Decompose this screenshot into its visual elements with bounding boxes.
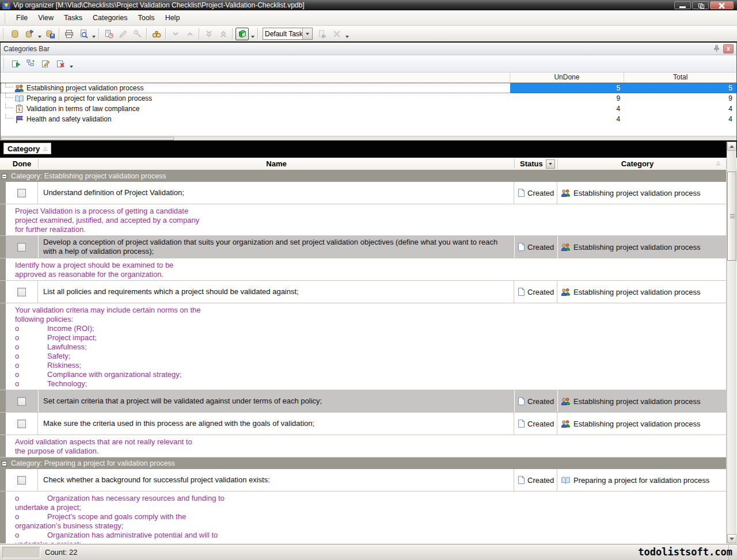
pin-icon[interactable] bbox=[711, 44, 721, 54]
category-group-header[interactable]: Category: Preparing a project for valida… bbox=[0, 458, 727, 469]
svg-text:§: § bbox=[18, 106, 21, 112]
task-name: Understand definition of Project Validat… bbox=[43, 188, 184, 197]
find-button[interactable] bbox=[150, 28, 163, 40]
combo-dropdown-button[interactable] bbox=[302, 28, 312, 39]
find-icon bbox=[152, 29, 161, 39]
done-column-header[interactable]: Done bbox=[6, 158, 38, 170]
category-row[interactable]: Establishing project validation process5… bbox=[1, 83, 736, 93]
category-undone-count: 4 bbox=[510, 114, 625, 124]
task-note-row: oOrganization has necessary resources an… bbox=[0, 492, 727, 543]
delete-template-button[interactable] bbox=[330, 28, 343, 40]
toolbar-separator bbox=[59, 28, 60, 40]
print-preview-button[interactable] bbox=[77, 28, 90, 40]
category-row[interactable]: Preparing a project for validation proce… bbox=[1, 93, 736, 104]
task-status: Created bbox=[527, 189, 554, 197]
delete-template-icon bbox=[332, 29, 341, 39]
sort-ascending-icon: △ bbox=[716, 160, 720, 166]
task-name: Check whether a background for successfu… bbox=[43, 475, 270, 485]
group-indent bbox=[0, 258, 6, 280]
add-subcategory-button[interactable] bbox=[24, 57, 37, 70]
task-done-checkbox[interactable] bbox=[17, 397, 26, 406]
note-line: for further realization. bbox=[15, 225, 721, 234]
dropdown-caret-icon[interactable] bbox=[344, 28, 350, 40]
task-done-checkbox[interactable] bbox=[17, 476, 26, 485]
dropdown-caret-icon[interactable] bbox=[36, 28, 43, 40]
task-row[interactable]: Set certain criteria that a project will… bbox=[0, 390, 727, 413]
minimize-button[interactable] bbox=[674, 1, 691, 9]
category-name: Preparing a project for validation proce… bbox=[26, 94, 152, 102]
edit-task-button[interactable] bbox=[116, 28, 130, 40]
scroll-down-icon[interactable] bbox=[727, 534, 736, 543]
status-filter-button[interactable] bbox=[546, 159, 555, 169]
task-done-checkbox[interactable] bbox=[17, 420, 26, 428]
name-column-header[interactable]: Name bbox=[39, 158, 514, 170]
category-total-count: 4 bbox=[624, 114, 736, 124]
menu-item-tools[interactable]: Tools bbox=[132, 12, 159, 24]
default-task-combo[interactable]: Default Task bbox=[263, 28, 313, 40]
group-indent bbox=[0, 469, 6, 491]
task-done-checkbox[interactable] bbox=[17, 243, 26, 252]
task-row[interactable]: Develop a conception of project validati… bbox=[0, 236, 727, 258]
save-database-button[interactable] bbox=[43, 28, 56, 40]
total-column-header[interactable]: Total bbox=[624, 73, 736, 82]
edit-category-button[interactable] bbox=[39, 57, 52, 70]
dropdown-caret-icon[interactable] bbox=[90, 28, 97, 40]
menu-item-file[interactable]: File bbox=[11, 12, 33, 24]
group-indent bbox=[0, 413, 6, 435]
book-icon bbox=[561, 476, 571, 485]
collapse-icon[interactable] bbox=[2, 461, 7, 466]
panel-close-button[interactable]: x bbox=[723, 44, 734, 54]
move-down-button[interactable] bbox=[169, 28, 182, 40]
insert-template-button[interactable] bbox=[316, 28, 329, 40]
collapse-icon[interactable] bbox=[2, 174, 7, 179]
note-line: undertake a project; bbox=[15, 540, 721, 543]
restore-button[interactable] bbox=[692, 1, 709, 9]
group-by-chip[interactable]: Category △ bbox=[3, 143, 51, 154]
new-database-button[interactable] bbox=[8, 28, 21, 40]
category-column-header[interactable]: Category bbox=[558, 158, 717, 170]
status-column-header[interactable]: Status bbox=[520, 158, 543, 170]
people-icon bbox=[561, 243, 571, 252]
move-top-button[interactable] bbox=[216, 28, 230, 40]
task-done-checkbox[interactable] bbox=[17, 189, 26, 197]
open-database-button[interactable] bbox=[22, 28, 36, 40]
close-button[interactable] bbox=[710, 1, 734, 9]
people-icon bbox=[561, 420, 571, 428]
toolbar-separator bbox=[257, 28, 259, 40]
note-line: the purpose of validation. bbox=[15, 447, 721, 456]
category-group-header[interactable]: Category: Establishing project validatio… bbox=[0, 170, 727, 182]
menu-bar: FileViewTasksCategoriesToolsHelp bbox=[0, 10, 737, 26]
dropdown-caret-icon[interactable] bbox=[249, 28, 256, 40]
task-row[interactable]: Check whether a background for successfu… bbox=[0, 469, 727, 492]
group-indent bbox=[0, 204, 6, 235]
notes-view-button[interactable] bbox=[235, 28, 249, 40]
move-up-button[interactable] bbox=[183, 28, 196, 40]
task-row[interactable]: List all policies and requirements which… bbox=[0, 281, 727, 303]
task-note-row: Identify how a project should be examine… bbox=[0, 258, 727, 281]
task-row[interactable]: Understand definition of Project Validat… bbox=[0, 182, 727, 204]
menu-item-help[interactable]: Help bbox=[160, 12, 185, 24]
undone-column-header[interactable]: UnDone bbox=[510, 73, 625, 82]
categories-bar-panel: Categories Bar x UnDone Total Establishi… bbox=[0, 43, 737, 140]
categories-hscrollbar[interactable] bbox=[1, 136, 736, 140]
category-row[interactable]: §Validation in terms of law compliance44 bbox=[1, 104, 736, 114]
vscroll-thumb[interactable] bbox=[727, 172, 736, 261]
sort-ascending-icon: △ bbox=[43, 146, 47, 151]
move-bottom-button[interactable] bbox=[202, 28, 215, 40]
grid-vscrollbar[interactable] bbox=[727, 142, 736, 543]
task-permissions-button[interactable] bbox=[131, 28, 144, 40]
menu-item-tasks[interactable]: Tasks bbox=[59, 12, 88, 24]
dropdown-caret-icon[interactable] bbox=[68, 58, 74, 70]
task-done-checkbox[interactable] bbox=[17, 288, 26, 296]
flag-icon bbox=[14, 115, 24, 124]
print-button[interactable] bbox=[62, 28, 75, 40]
menu-item-view[interactable]: View bbox=[33, 12, 59, 24]
scroll-up-icon[interactable] bbox=[727, 142, 736, 151]
new-task-button[interactable] bbox=[102, 28, 115, 40]
menu-item-categories[interactable]: Categories bbox=[88, 12, 132, 24]
category-row[interactable]: Health and safety validation44 bbox=[1, 114, 736, 124]
add-category-button[interactable] bbox=[9, 57, 22, 70]
note-line: Identify how a project should be examine… bbox=[15, 261, 721, 270]
task-row[interactable]: Make sure the criteria used in this proc… bbox=[0, 413, 727, 435]
delete-category-button[interactable] bbox=[54, 57, 67, 70]
